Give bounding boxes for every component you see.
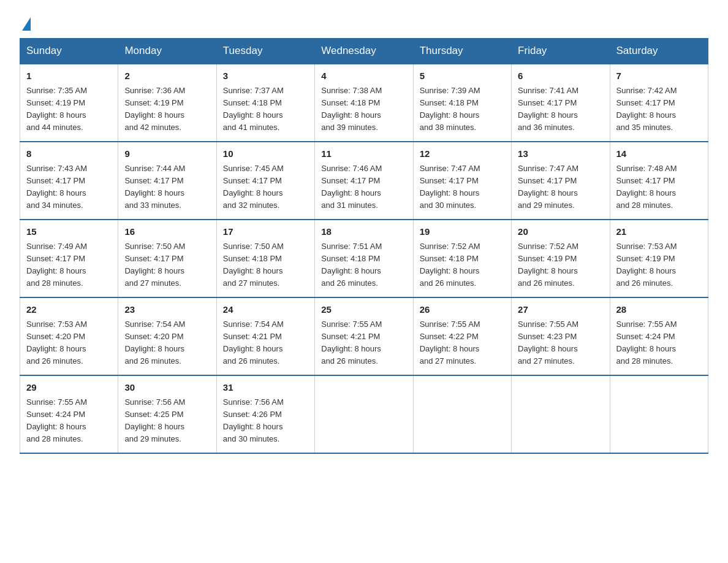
- day-number: 19: [420, 225, 505, 239]
- day-number: 11: [321, 147, 406, 161]
- day-number: 2: [124, 69, 210, 83]
- day-number: 8: [26, 147, 112, 161]
- day-info: Sunrise: 7:43 AMSunset: 4:17 PMDaylight:…: [26, 163, 112, 212]
- day-info: Sunrise: 7:54 AMSunset: 4:21 PMDaylight:…: [223, 318, 308, 368]
- calendar-cell: 5Sunrise: 7:39 AMSunset: 4:18 PMDaylight…: [413, 64, 511, 142]
- calendar-cell: 20Sunrise: 7:52 AMSunset: 4:19 PMDayligh…: [512, 220, 610, 297]
- day-info: Sunrise: 7:56 AMSunset: 4:26 PMDaylight:…: [223, 396, 308, 446]
- calendar-cell: [413, 375, 511, 453]
- calendar-week-4: 22Sunrise: 7:53 AMSunset: 4:20 PMDayligh…: [20, 297, 708, 375]
- calendar-weekday-sunday: Sunday: [20, 39, 118, 64]
- calendar-cell: 10Sunrise: 7:45 AMSunset: 4:17 PMDayligh…: [216, 142, 314, 220]
- day-info: Sunrise: 7:45 AMSunset: 4:17 PMDaylight:…: [223, 163, 308, 212]
- day-info: Sunrise: 7:37 AMSunset: 4:18 PMDaylight:…: [223, 85, 308, 134]
- calendar-cell: 19Sunrise: 7:52 AMSunset: 4:18 PMDayligh…: [413, 220, 511, 297]
- calendar-cell: 16Sunrise: 7:50 AMSunset: 4:17 PMDayligh…: [118, 220, 216, 297]
- calendar-cell: [512, 375, 610, 453]
- day-info: Sunrise: 7:55 AMSunset: 4:23 PMDaylight:…: [518, 318, 603, 368]
- day-number: 27: [518, 303, 603, 317]
- calendar-week-5: 29Sunrise: 7:55 AMSunset: 4:24 PMDayligh…: [20, 375, 708, 453]
- day-info: Sunrise: 7:47 AMSunset: 4:17 PMDaylight:…: [518, 163, 603, 212]
- calendar-cell: 6Sunrise: 7:41 AMSunset: 4:17 PMDaylight…: [512, 64, 610, 142]
- logo-blue-text: [20, 17, 31, 31]
- calendar-cell: 22Sunrise: 7:53 AMSunset: 4:20 PMDayligh…: [20, 297, 118, 375]
- day-info: Sunrise: 7:49 AMSunset: 4:17 PMDaylight:…: [26, 240, 112, 290]
- calendar-cell: 28Sunrise: 7:55 AMSunset: 4:24 PMDayligh…: [610, 297, 708, 375]
- day-number: 21: [616, 225, 702, 239]
- calendar-cell: 24Sunrise: 7:54 AMSunset: 4:21 PMDayligh…: [216, 297, 314, 375]
- day-info: Sunrise: 7:50 AMSunset: 4:17 PMDaylight:…: [124, 240, 210, 290]
- day-number: 28: [616, 303, 702, 317]
- day-number: 31: [223, 381, 308, 395]
- calendar-cell: 21Sunrise: 7:53 AMSunset: 4:19 PMDayligh…: [610, 220, 708, 297]
- calendar-cell: 12Sunrise: 7:47 AMSunset: 4:17 PMDayligh…: [413, 142, 511, 220]
- calendar-weekday-thursday: Thursday: [413, 39, 511, 64]
- calendar-cell: 23Sunrise: 7:54 AMSunset: 4:20 PMDayligh…: [118, 297, 216, 375]
- day-info: Sunrise: 7:42 AMSunset: 4:17 PMDaylight:…: [616, 85, 702, 134]
- day-number: 12: [420, 147, 505, 161]
- calendar-cell: 25Sunrise: 7:55 AMSunset: 4:21 PMDayligh…: [315, 297, 413, 375]
- calendar-cell: 14Sunrise: 7:48 AMSunset: 4:17 PMDayligh…: [610, 142, 708, 220]
- day-info: Sunrise: 7:55 AMSunset: 4:22 PMDaylight:…: [420, 318, 505, 368]
- day-number: 18: [321, 225, 406, 239]
- calendar-cell: 8Sunrise: 7:43 AMSunset: 4:17 PMDaylight…: [20, 142, 118, 220]
- logo: [20, 15, 31, 31]
- calendar-cell: 3Sunrise: 7:37 AMSunset: 4:18 PMDaylight…: [216, 64, 314, 142]
- day-number: 5: [420, 69, 505, 83]
- day-number: 4: [321, 69, 406, 83]
- calendar-cell: 2Sunrise: 7:36 AMSunset: 4:19 PMDaylight…: [118, 64, 216, 142]
- day-info: Sunrise: 7:48 AMSunset: 4:17 PMDaylight:…: [616, 163, 702, 212]
- day-info: Sunrise: 7:55 AMSunset: 4:21 PMDaylight:…: [321, 318, 406, 368]
- day-number: 30: [124, 381, 210, 395]
- day-info: Sunrise: 7:52 AMSunset: 4:18 PMDaylight:…: [420, 240, 505, 290]
- day-info: Sunrise: 7:38 AMSunset: 4:18 PMDaylight:…: [321, 85, 406, 134]
- day-number: 1: [26, 69, 112, 83]
- day-number: 16: [124, 225, 210, 239]
- day-info: Sunrise: 7:41 AMSunset: 4:17 PMDaylight:…: [518, 85, 603, 134]
- calendar-cell: 7Sunrise: 7:42 AMSunset: 4:17 PMDaylight…: [610, 64, 708, 142]
- day-number: 10: [223, 147, 308, 161]
- calendar-cell: [610, 375, 708, 453]
- calendar-cell: 26Sunrise: 7:55 AMSunset: 4:22 PMDayligh…: [413, 297, 511, 375]
- day-info: Sunrise: 7:52 AMSunset: 4:19 PMDaylight:…: [518, 240, 603, 290]
- day-number: 7: [616, 69, 702, 83]
- calendar-cell: 4Sunrise: 7:38 AMSunset: 4:18 PMDaylight…: [315, 64, 413, 142]
- calendar-week-2: 8Sunrise: 7:43 AMSunset: 4:17 PMDaylight…: [20, 142, 708, 220]
- calendar-header-row: SundayMondayTuesdayWednesdayThursdayFrid…: [20, 39, 708, 64]
- calendar-cell: 13Sunrise: 7:47 AMSunset: 4:17 PMDayligh…: [512, 142, 610, 220]
- calendar-cell: 29Sunrise: 7:55 AMSunset: 4:24 PMDayligh…: [20, 375, 118, 453]
- day-info: Sunrise: 7:55 AMSunset: 4:24 PMDaylight:…: [26, 396, 112, 446]
- day-number: 14: [616, 147, 702, 161]
- calendar-cell: 1Sunrise: 7:35 AMSunset: 4:19 PMDaylight…: [20, 64, 118, 142]
- calendar-weekday-saturday: Saturday: [610, 39, 708, 64]
- day-number: 13: [518, 147, 603, 161]
- calendar-cell: [315, 375, 413, 453]
- day-info: Sunrise: 7:39 AMSunset: 4:18 PMDaylight:…: [420, 85, 505, 134]
- calendar-weekday-friday: Friday: [512, 39, 610, 64]
- calendar-weekday-tuesday: Tuesday: [216, 39, 314, 64]
- day-info: Sunrise: 7:53 AMSunset: 4:20 PMDaylight:…: [26, 318, 112, 368]
- day-info: Sunrise: 7:51 AMSunset: 4:18 PMDaylight:…: [321, 240, 406, 290]
- calendar-cell: 30Sunrise: 7:56 AMSunset: 4:25 PMDayligh…: [118, 375, 216, 453]
- day-number: 29: [26, 381, 112, 395]
- day-info: Sunrise: 7:46 AMSunset: 4:17 PMDaylight:…: [321, 163, 406, 212]
- calendar-cell: 18Sunrise: 7:51 AMSunset: 4:18 PMDayligh…: [315, 220, 413, 297]
- day-info: Sunrise: 7:44 AMSunset: 4:17 PMDaylight:…: [124, 163, 210, 212]
- day-info: Sunrise: 7:35 AMSunset: 4:19 PMDaylight:…: [26, 85, 112, 134]
- logo-triangle-icon: [22, 17, 31, 31]
- day-number: 6: [518, 69, 603, 83]
- calendar-cell: 17Sunrise: 7:50 AMSunset: 4:18 PMDayligh…: [216, 220, 314, 297]
- calendar-week-3: 15Sunrise: 7:49 AMSunset: 4:17 PMDayligh…: [20, 220, 708, 297]
- calendar-cell: 15Sunrise: 7:49 AMSunset: 4:17 PMDayligh…: [20, 220, 118, 297]
- day-number: 25: [321, 303, 406, 317]
- calendar-cell: 27Sunrise: 7:55 AMSunset: 4:23 PMDayligh…: [512, 297, 610, 375]
- calendar-weekday-monday: Monday: [118, 39, 216, 64]
- day-number: 20: [518, 225, 603, 239]
- day-number: 22: [26, 303, 112, 317]
- calendar-cell: 11Sunrise: 7:46 AMSunset: 4:17 PMDayligh…: [315, 142, 413, 220]
- calendar-week-1: 1Sunrise: 7:35 AMSunset: 4:19 PMDaylight…: [20, 64, 708, 142]
- day-info: Sunrise: 7:53 AMSunset: 4:19 PMDaylight:…: [616, 240, 702, 290]
- calendar-cell: 31Sunrise: 7:56 AMSunset: 4:26 PMDayligh…: [216, 375, 314, 453]
- day-info: Sunrise: 7:55 AMSunset: 4:24 PMDaylight:…: [616, 318, 702, 368]
- day-number: 26: [420, 303, 505, 317]
